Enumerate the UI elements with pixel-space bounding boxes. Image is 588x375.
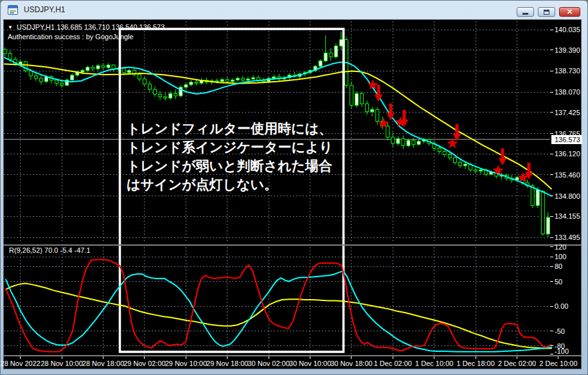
symbol-dropdown-icon[interactable]: ▼ xyxy=(8,24,13,30)
minimize-icon xyxy=(522,13,528,15)
chart-window-icon xyxy=(8,5,18,15)
chart-client-area[interactable] xyxy=(3,19,582,369)
annotation-line: はサインが点灯しない。 xyxy=(127,175,333,194)
restore-icon xyxy=(544,10,549,15)
annotation-line: トレンドフィルター使用時には、 xyxy=(127,119,333,138)
auth-status-text: Authentication success : by GogoJungle xyxy=(8,33,134,41)
annotation-line: トレンド系インジケーターにより xyxy=(127,138,333,156)
close-icon: ✕ xyxy=(567,8,573,15)
chart-window: USDJPY,H1 ✕ 140.035139.390138.730138.070… xyxy=(0,0,588,375)
restore-button[interactable] xyxy=(538,7,555,17)
close-button[interactable]: ✕ xyxy=(559,7,580,17)
annotation-line: トレンドが弱いと判断された場合 xyxy=(127,156,333,175)
indicator-label: R(9,26,52) 70.0 -5.4 -47.1 xyxy=(9,246,91,254)
annotation-text: トレンドフィルター使用時には、 トレンド系インジケーターにより トレンドが弱いと… xyxy=(127,119,333,194)
minimize-button[interactable] xyxy=(517,7,534,17)
title-bar[interactable]: USDJPY,H1 ✕ xyxy=(1,1,587,19)
chart-header: ▼ USDJPY,H1 136.685 136.710 136.540 136.… xyxy=(8,23,165,31)
window-title: USDJPY,H1 xyxy=(24,5,65,14)
ohlc-readout: USDJPY,H1 136.685 136.710 136.540 136.57… xyxy=(17,23,165,31)
